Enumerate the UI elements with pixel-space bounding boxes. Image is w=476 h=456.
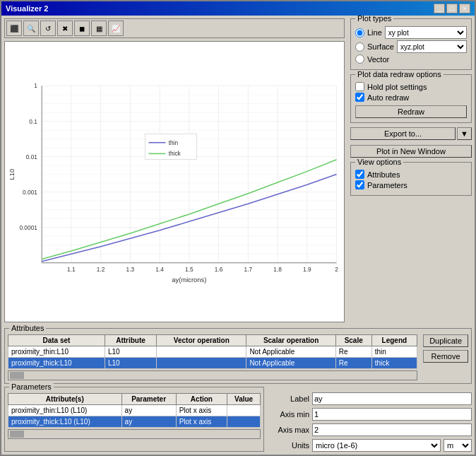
surface-radio-row: Surface xyz.plot	[355, 40, 467, 53]
vector-radio[interactable]	[355, 54, 364, 64]
plot-svg: 1 0.1 0.01 0.001 0.0001 1.1 1.2 1.3 1.4 …	[5, 42, 344, 322]
table-row[interactable]: proximity_thin:L10 L10 Not Applicable Re…	[8, 346, 417, 358]
cell-scalar: Not Applicable	[246, 346, 335, 358]
svg-text:1.6: 1.6	[215, 266, 223, 273]
col-legend: Legend	[371, 335, 417, 346]
params-scrollbar[interactable]	[8, 429, 261, 439]
attributes-checkbox[interactable]	[355, 170, 364, 179]
svg-text:1.8: 1.8	[273, 266, 282, 273]
duplicate-button[interactable]: Duplicate	[423, 334, 468, 347]
col-scale: Scale	[335, 335, 371, 346]
attributes-panel: Attributes Data set Attribute Vector ope…	[4, 328, 472, 384]
attributes-panel-title: Attributes	[9, 324, 46, 332]
units-select[interactable]: micro (1e-6) nano (1e-9) milli (1e-3)	[312, 439, 441, 452]
surface-radio[interactable]	[355, 42, 364, 52]
attributes-table: Data set Attribute Vector operation Scal…	[8, 334, 417, 369]
axis-min-input[interactable]	[312, 408, 472, 421]
bottom-row: Parameters Attribute(s) Parameter Action…	[4, 387, 472, 452]
cell-attr: L10	[105, 358, 156, 369]
pcell-action: Plot x axis	[176, 416, 227, 428]
minimize-btn[interactable]: _	[434, 4, 445, 13]
tool-select[interactable]: ⬛	[6, 21, 22, 36]
svg-text:ay(microns): ay(microns)	[172, 276, 206, 283]
pcell-param: ay	[121, 416, 176, 428]
svg-text:0.0001: 0.0001	[19, 224, 37, 231]
axis-max-input[interactable]	[312, 423, 472, 436]
pcell-param: ay	[121, 405, 176, 416]
maximize-btn[interactable]: □	[446, 4, 458, 13]
parameters-checkbox[interactable]	[355, 180, 364, 189]
pcell-action: Plot x axis	[176, 405, 227, 416]
table-row[interactable]: proximity_thin:L10 (L10) ay Plot x axis	[8, 405, 261, 416]
plot-new-window-button[interactable]: Plot in New Window	[350, 145, 472, 158]
svg-text:thick: thick	[169, 150, 182, 157]
param-fields: Label Axis min Axis max Units micro (1e-…	[267, 387, 472, 452]
pcell-attr: proximity_thin:L10 (L10)	[8, 405, 122, 416]
table-row[interactable]: proximity_thick:L10 (L10) ay Plot x axis	[8, 416, 261, 428]
cell-legend: thick	[371, 358, 417, 369]
label-row: Label	[267, 392, 472, 405]
parameters-label: Parameters	[367, 181, 407, 189]
pcell-value	[227, 405, 261, 416]
cell-legend: thin	[371, 346, 417, 358]
svg-text:thin: thin	[169, 139, 179, 146]
export-arrow-btn[interactable]: ▼	[457, 127, 472, 140]
vector-radio-row: Vector	[355, 54, 467, 64]
hold-plot-row: Hold plot settings	[355, 82, 467, 91]
tool-reset[interactable]: ↺	[40, 21, 56, 36]
close-btn[interactable]: ×	[459, 4, 470, 13]
title-bar: Visualizer 2 _ □ ×	[1, 1, 475, 16]
svg-text:1.3: 1.3	[126, 266, 135, 273]
attributes-label: Attributes	[367, 170, 400, 179]
tool-bar[interactable]: ▦	[91, 21, 107, 36]
col-dataset: Data set	[8, 335, 105, 346]
redraw-button[interactable]: Redraw	[355, 105, 467, 118]
pcell-attr: proximity_thick:L10 (L10)	[8, 416, 122, 428]
remove-button[interactable]: Remove	[423, 350, 468, 363]
svg-text:0.1: 0.1	[29, 118, 37, 125]
units-label: Units	[267, 441, 309, 450]
cell-dataset: proximity_thin:L10	[8, 346, 105, 358]
svg-text:1.4: 1.4	[155, 266, 164, 273]
export-row: Export to... ▼	[350, 127, 472, 140]
axis-max-label: Axis max	[267, 426, 309, 434]
pcell-value	[227, 416, 261, 428]
parameters-panel: Parameters Attribute(s) Parameter Action…	[4, 387, 264, 452]
cell-vector	[157, 358, 246, 369]
pcol-param: Parameter	[121, 394, 176, 405]
attributes-row: Attributes	[355, 170, 467, 179]
window-controls: _ □ ×	[434, 4, 470, 13]
cell-scale: Re	[335, 346, 371, 358]
toolbar: ⬛ 🔍 ↺ ✖ ◼ ▦ 📈	[4, 18, 345, 38]
pcol-attribute: Attribute(s)	[8, 394, 122, 405]
auto-redraw-checkbox[interactable]	[355, 93, 364, 102]
line-radio[interactable]	[355, 28, 364, 37]
svg-text:1.9: 1.9	[303, 266, 311, 273]
plot-types-title: Plot types	[355, 16, 393, 23]
auto-redraw-row: Auto redraw	[355, 93, 467, 102]
line-label: Line	[367, 28, 382, 37]
units-suffix-select[interactable]: m cm mm	[444, 439, 472, 452]
label-input[interactable]	[312, 392, 472, 405]
table-row[interactable]: proximity_thick:L10 L10 Not Applicable R…	[8, 358, 417, 369]
xy-plot-select[interactable]: xy plot	[385, 26, 467, 39]
tool-remove[interactable]: ✖	[57, 21, 73, 36]
units-row: Units micro (1e-6) nano (1e-9) milli (1e…	[267, 439, 472, 452]
cell-vector	[157, 346, 246, 358]
svg-text:1: 1	[34, 82, 37, 89]
xyz-plot-select[interactable]: xyz.plot	[397, 40, 467, 53]
tool-zoom[interactable]: 🔍	[23, 21, 39, 36]
tool-copy[interactable]: ◼	[74, 21, 90, 36]
hold-plot-checkbox[interactable]	[355, 82, 364, 91]
svg-text:1.1: 1.1	[67, 266, 76, 273]
svg-text:0.001: 0.001	[23, 189, 37, 196]
redraw-options-title: Plot data redraw options	[355, 70, 444, 78]
plot-types-group: Plot types Line xy plot Surface xyz.plot	[350, 18, 472, 70]
col-scalar-op: Scalar operation	[246, 335, 335, 346]
plot-area: 1 0.1 0.01 0.001 0.0001 1.1 1.2 1.3 1.4 …	[4, 41, 345, 322]
attributes-scrollbar[interactable]	[8, 370, 417, 380]
export-button[interactable]: Export to...	[350, 127, 456, 140]
tool-line[interactable]: 📈	[108, 21, 124, 36]
cell-dataset: proximity_thick:L10	[8, 358, 105, 369]
attributes-table-area: Data set Attribute Vector operation Scal…	[8, 334, 417, 380]
